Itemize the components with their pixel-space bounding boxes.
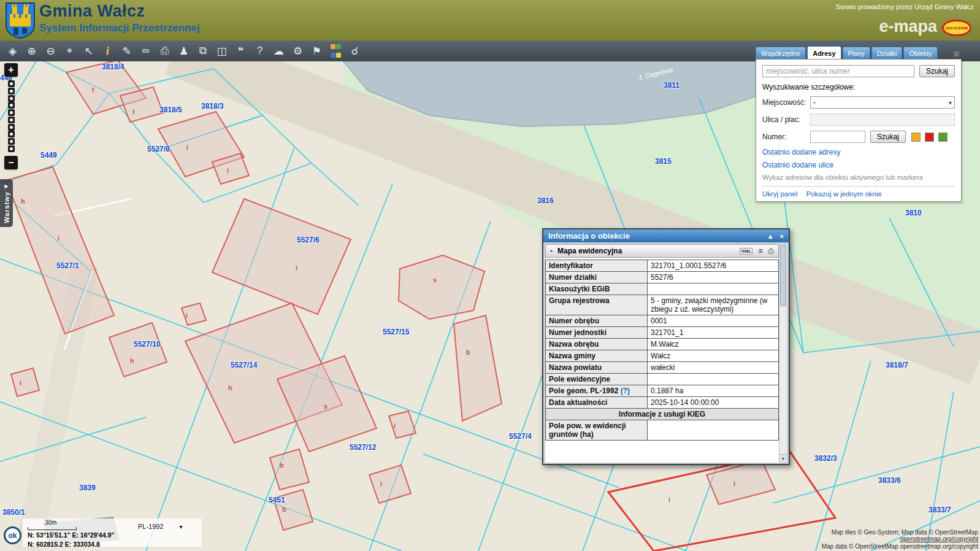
info-window-titlebar[interactable]: Informacja o obiekcie ▲ × bbox=[543, 229, 789, 242]
help-icon[interactable]: ? bbox=[251, 43, 269, 60]
city-select[interactable]: - ▾ bbox=[810, 96, 955, 109]
help-link[interactable]: (?) bbox=[621, 387, 630, 395]
zoom-level-dot[interactable] bbox=[8, 109, 15, 116]
tab-wspolrzedne[interactable]: Współrzędne bbox=[756, 47, 806, 59]
chevron-down-icon: ▾ bbox=[949, 99, 952, 106]
street-label: Ulica / plac: bbox=[762, 115, 810, 124]
legend-colors-icon[interactable] bbox=[327, 43, 345, 60]
zoom-level-dot[interactable] bbox=[8, 102, 15, 109]
number-label: Numer: bbox=[762, 133, 810, 141]
section-collapse-toggle[interactable]: - bbox=[550, 247, 553, 255]
app-title: Gmina Wałcz bbox=[39, 2, 145, 21]
color-swatch bbox=[331, 44, 335, 49]
info-row-label: Grupa rejestrowa bbox=[546, 295, 648, 315]
layers-icon[interactable]: ◈ bbox=[4, 43, 21, 60]
pointer-icon[interactable]: ↖ bbox=[80, 43, 98, 60]
settings-icon[interactable]: ⚙ bbox=[289, 43, 307, 60]
footer-link[interactable]: Pokazuj w jednym oknie bbox=[806, 190, 882, 198]
info-row: Pole pow. w ewidencji gruntów (ha) bbox=[546, 420, 779, 441]
number-input[interactable] bbox=[810, 131, 865, 143]
info-row-value: 0.1887 ha bbox=[648, 385, 779, 397]
close-icon[interactable]: × bbox=[951, 48, 962, 59]
marker-color-button-2[interactable] bbox=[938, 133, 947, 142]
building-letter: i bbox=[186, 144, 188, 151]
layers-panel-tab[interactable]: ▶ Warstwy bbox=[0, 179, 13, 227]
zoom-level-dot[interactable] bbox=[8, 145, 15, 152]
projection-select[interactable]: PL-1992 ▾ bbox=[138, 523, 183, 530]
split-view-icon[interactable]: ◫ bbox=[213, 43, 231, 60]
xml-export-icon[interactable]: XML bbox=[740, 248, 752, 255]
parcel-label: 5527/10 bbox=[134, 340, 160, 349]
list-view-icon[interactable]: ≡ bbox=[758, 247, 762, 255]
comment-icon[interactable]: ❝ bbox=[232, 43, 250, 60]
scroll-down-icon[interactable]: ▼ bbox=[779, 454, 787, 463]
tab-adresy[interactable]: Adresy bbox=[807, 46, 841, 59]
number-search-button[interactable]: Szukaj bbox=[870, 131, 906, 143]
info-row-label: Data aktualności bbox=[546, 397, 648, 409]
print-icon[interactable]: ⎙ bbox=[156, 43, 174, 60]
info-row: Numer jednostki321701_1 bbox=[546, 327, 779, 339]
tab-dzialki[interactable]: Działki bbox=[871, 47, 902, 59]
info-row: Data aktualności2025-10-14 00:00:00 bbox=[546, 397, 779, 409]
info-scrollbar[interactable]: ▼ bbox=[779, 244, 787, 463]
color-swatch bbox=[336, 53, 341, 58]
info-icon[interactable]: i bbox=[99, 43, 117, 60]
zoom-level-dot[interactable] bbox=[8, 88, 15, 94]
info-row-value: 321701_1.0001.5527/6 bbox=[648, 260, 779, 272]
object-info-table: Identyfikator321701_1.0001.5527/6Numer d… bbox=[545, 260, 779, 441]
zoom-out-icon[interactable]: ⊖ bbox=[42, 43, 59, 60]
parcel-label: 3818/5 bbox=[159, 106, 182, 114]
tab-plany[interactable]: Plany bbox=[843, 47, 871, 59]
zoom-level-dot[interactable] bbox=[8, 124, 15, 131]
marker-color-button-1[interactable] bbox=[925, 133, 934, 142]
tab-obiekty[interactable]: Obiekty bbox=[903, 47, 937, 59]
link-icon[interactable]: ∞ bbox=[137, 43, 155, 60]
parcel-label: 5527/14 bbox=[231, 361, 257, 369]
address-link[interactable]: Ostatnio dodane ulice bbox=[762, 161, 955, 169]
info-row-label: Pole pow. w ewidencji gruntów (ha) bbox=[546, 420, 648, 441]
info-row-label: Nazwa powiatu bbox=[546, 362, 648, 374]
copy-view-icon[interactable]: ⧉ bbox=[194, 43, 212, 60]
info-row-label: Pole ewidencyjne bbox=[546, 374, 648, 385]
zoom-out-button[interactable]: − bbox=[4, 156, 18, 169]
close-window-icon[interactable]: × bbox=[780, 233, 784, 240]
address-search-input[interactable] bbox=[762, 65, 914, 77]
attribution-copyright-link[interactable]: openstreetmap.org/copyright bbox=[822, 536, 978, 543]
search-tabs: WspółrzędneAdresyPlanyDziałkiObiekty bbox=[756, 46, 938, 59]
street-view-icon[interactable]: ♟ bbox=[175, 43, 193, 60]
footer-link[interactable]: Ukryj panel bbox=[762, 190, 798, 198]
geosystem-logo[interactable]: GEO-SYSTEM bbox=[942, 20, 971, 36]
parcel-label: 3850/1 bbox=[2, 508, 25, 517]
search-tabs-row: WspółrzędneAdresyPlanyDziałkiObiekty × bbox=[756, 45, 962, 59]
report-flag-icon[interactable]: ⚑ bbox=[308, 43, 326, 60]
zoom-in-icon[interactable]: ⊕ bbox=[23, 43, 40, 60]
service-note: Serwis prowadzony przez Urząd Gminy Wałc… bbox=[836, 3, 974, 10]
zoom-slider[interactable] bbox=[6, 79, 16, 153]
street-input bbox=[810, 114, 955, 126]
search-button[interactable]: Szukaj bbox=[919, 65, 955, 77]
info-row-value: wałecki bbox=[648, 362, 779, 374]
zoom-in-button[interactable]: + bbox=[4, 63, 18, 77]
search-panel-body: Szukaj Wyszukiwanie szczegółowe: Miejsco… bbox=[756, 59, 962, 202]
parcel-label: 3816 bbox=[537, 196, 554, 205]
building-letter: s bbox=[433, 276, 437, 283]
print-section-icon[interactable]: ⎙ bbox=[768, 247, 774, 255]
scrollbar-thumb[interactable] bbox=[780, 245, 786, 306]
info-window-body: - Mapa ewidencyjna XML≡⎙ Identyfikator32… bbox=[545, 244, 787, 463]
building-letter: h bbox=[228, 384, 232, 391]
info-row-value: 5 - gminy, związki międzygminne (w zbieg… bbox=[648, 295, 779, 315]
cloud-services-icon[interactable]: ☁ bbox=[270, 43, 288, 60]
zoom-level-dot[interactable] bbox=[8, 80, 15, 87]
marker-color-button-0[interactable] bbox=[911, 133, 921, 142]
ok-button[interactable]: ok bbox=[4, 526, 21, 544]
collapse-icon[interactable]: ▲ bbox=[767, 233, 774, 240]
zoom-selection-icon[interactable]: ⌖ bbox=[61, 43, 78, 60]
address-link[interactable]: Ostatnio dodane adresy bbox=[762, 148, 955, 156]
zoom-level-dot[interactable] bbox=[8, 131, 15, 137]
zoom-level-dot[interactable] bbox=[8, 117, 15, 123]
measure-icon[interactable]: ✎ bbox=[118, 43, 136, 60]
zoom-level-dot[interactable] bbox=[8, 138, 15, 145]
info-row-value bbox=[648, 374, 779, 385]
zoom-level-dot[interactable] bbox=[8, 95, 15, 102]
markers-icon[interactable]: ☌ bbox=[346, 43, 364, 60]
